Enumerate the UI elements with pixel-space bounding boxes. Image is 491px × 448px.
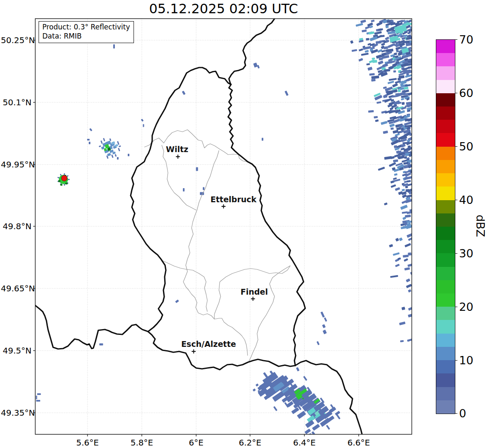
clutter-streak [404, 176, 412, 180]
colorbar-segment [436, 93, 455, 107]
gridlines [35, 19, 412, 434]
colorbar-segment [436, 227, 455, 240]
clutter-streak [378, 28, 383, 31]
clutter-streak [393, 70, 396, 73]
echo-speck [113, 44, 115, 48]
precip-cluster-southeast [253, 371, 340, 436]
city-marker-icon [221, 204, 226, 208]
precip-cell [99, 145, 101, 148]
clutter-streak [406, 278, 411, 283]
colorbar-tick-mark [455, 307, 457, 307]
colorbar-tick-mark [455, 146, 457, 147]
city-label: Findel [241, 287, 268, 296]
x-tick-label: 6.4°E [286, 438, 323, 448]
clutter-streak [389, 162, 396, 167]
axis-tick-marks [33, 40, 359, 436]
clutter-streak [402, 189, 405, 191]
echo-speck [324, 317, 327, 322]
clutter-streak [362, 29, 367, 32]
y-tick-label: 50.25°N [1, 35, 32, 45]
colorbar-segment [436, 334, 455, 347]
colorbar-segment [436, 107, 455, 120]
country-borders [35, 19, 362, 434]
echo-speck [87, 139, 90, 140]
colorbar-segment [436, 280, 455, 293]
echo-speck [89, 128, 92, 131]
product-info-box: Product: 0.3° Reflectivity Data: RMIB [39, 21, 134, 43]
clutter-streak [399, 237, 403, 241]
plot-frame [35, 19, 412, 434]
canton-border-path [220, 266, 290, 282]
canton-border-path [162, 260, 207, 312]
colorbar-tick-label: 0 [459, 408, 466, 419]
clutter-streak [369, 73, 374, 75]
colorbar-segment [436, 186, 455, 200]
clutter-streak [397, 257, 401, 260]
colorbar-segment [436, 387, 455, 400]
precip-cell [336, 414, 340, 419]
colorbar-segment [436, 240, 455, 253]
clutter-streak [407, 180, 411, 182]
echo-speck [37, 393, 41, 395]
echo-dark-bit [58, 180, 61, 182]
clutter-streak [369, 31, 374, 34]
clutter-streak [360, 19, 366, 23]
clutter-streak [365, 26, 370, 29]
colorbar-segment [436, 373, 455, 387]
echo-speck [128, 154, 129, 156]
x-tick-label: 6°E [177, 438, 215, 448]
precip-cell [253, 388, 256, 392]
clutter-streak [385, 25, 389, 28]
clutter-streak [407, 183, 413, 186]
city-labels: WiltzEttelbruckFindelEsch/Alzette [166, 145, 268, 354]
city-label: Esch/Alzette [181, 339, 236, 349]
clutter-streak [371, 19, 374, 22]
y-tick-label: 49.35°N [1, 408, 32, 418]
clutter-streak [374, 116, 378, 119]
colorbar-segment [436, 80, 455, 93]
clutter-streak [358, 58, 363, 62]
echo-speck [183, 188, 185, 191]
precip-cell [119, 145, 121, 148]
clutter-streak [407, 32, 411, 34]
luxembourg-border-path [131, 68, 305, 370]
colorbar-segment [436, 267, 455, 280]
clutter-streak [403, 258, 408, 262]
precip-cluster-northwest [99, 138, 121, 159]
clutter-streak [405, 215, 411, 218]
echo-speck [36, 396, 37, 400]
clutter-streak [406, 233, 413, 238]
echo-speck [36, 400, 40, 402]
clutter-streak [350, 40, 353, 44]
clutter-streak [392, 83, 398, 88]
colorbar-segment [436, 293, 455, 307]
clutter-streak [372, 58, 375, 60]
colorbar-segment [436, 253, 455, 266]
echo-speck [89, 142, 90, 144]
clutter-streak [404, 243, 411, 247]
clutter-streak [377, 101, 382, 104]
data-source-label: Data: RMIB [42, 32, 130, 41]
colorbar-tick-mark [455, 413, 457, 414]
colorbar-tick-label: 30 [459, 248, 473, 259]
canton-border-path [249, 266, 290, 361]
x-tick-label: 6.2°E [231, 438, 269, 448]
precip-cell [115, 154, 117, 157]
clutter-streak [391, 127, 394, 130]
clutter-streak [399, 322, 405, 325]
canton-border-path [162, 145, 196, 210]
echo-speck [316, 341, 319, 345]
precip-cell [111, 155, 114, 158]
colorbar-tick-label: 70 [459, 34, 473, 45]
radar-map-page: 05.12.2025 02:09 UTC WiltzEttelbruckFind… [0, 0, 491, 448]
clutter-streak [398, 78, 401, 81]
city-marker-icon [176, 155, 180, 159]
city-label: Wiltz [166, 145, 188, 154]
colorbar-segment [436, 66, 455, 80]
echo-speck [175, 300, 179, 303]
precip-cell [263, 372, 268, 379]
precip-cell [304, 429, 311, 434]
precip-cell [326, 425, 330, 430]
clutter-streak [410, 26, 413, 28]
y-tick-label: 49.65°N [1, 283, 32, 293]
